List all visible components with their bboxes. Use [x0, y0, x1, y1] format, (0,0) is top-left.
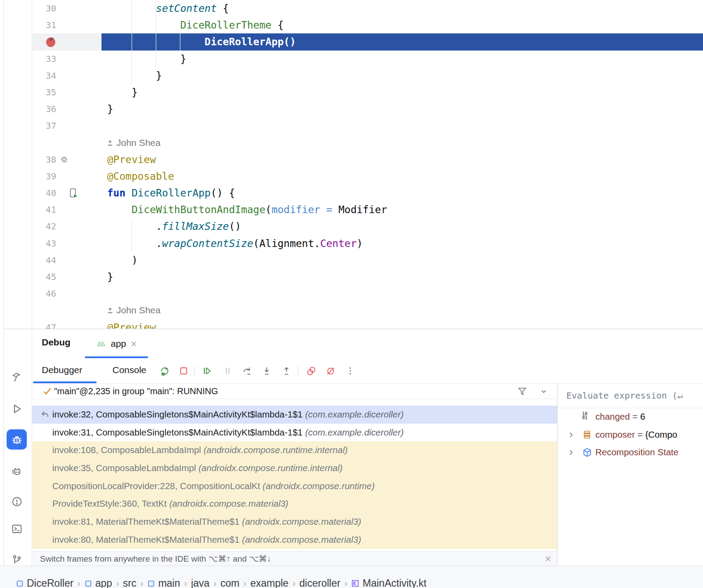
close-icon[interactable] [544, 555, 552, 563]
line-number[interactable]: 33 [32, 51, 56, 67]
code-line-38[interactable]: 38@Preview [32, 151, 703, 168]
tab-console[interactable]: Console [112, 365, 146, 375]
breadcrumb-item[interactable]: example [250, 577, 289, 588]
stack-frame[interactable]: CompositionLocalProvider:228, Compositio… [32, 477, 557, 495]
breadcrumb-item[interactable]: com [221, 577, 239, 588]
breadcrumb-item[interactable]: java [191, 577, 210, 588]
resume-button[interactable] [201, 365, 213, 377]
frame-location: invoke:35, ComposableLambdaImpl [52, 463, 199, 473]
code-line-32[interactable]: DiceRollerApp() [32, 33, 703, 50]
line-number[interactable]: 43 [32, 235, 56, 252]
toolstripe-hammer-button[interactable] [7, 367, 27, 387]
line-number[interactable]: 34 [32, 67, 56, 84]
code-line-34[interactable]: 34 } [32, 67, 703, 84]
frame-location: ProvideTextStyle:360, TextKt [52, 498, 169, 508]
pause-button[interactable] [222, 365, 233, 377]
tab-debugger[interactable]: Debugger [42, 365, 82, 375]
step-out-button[interactable] [281, 365, 292, 377]
stack-frame[interactable]: invoke:35, ComposableLambdaImpl (android… [32, 459, 557, 477]
breadcrumb-item[interactable]: DiceRoller [16, 577, 73, 588]
variable-row[interactable]: composer = {Compo [558, 426, 703, 444]
code-line-47[interactable]: 47@Preview [32, 319, 703, 329]
line-number[interactable]: 39 [32, 168, 56, 185]
variable-row[interactable]: 1001changed = 6 [558, 408, 703, 426]
code-line-30[interactable]: 30 setContent { [32, 0, 703, 17]
breadcrumb-item[interactable]: src [123, 577, 137, 588]
code-text: @Composable [107, 168, 174, 185]
stack-frame[interactable]: invoke:81, MaterialThemeKt$MaterialTheme… [32, 513, 557, 531]
toolstripe-terminal-button[interactable] [7, 519, 27, 539]
variable-text: changed = 6 [595, 408, 645, 426]
close-icon[interactable] [130, 340, 138, 348]
chevron-right-icon[interactable] [567, 431, 575, 439]
author-annotation[interactable]: John Shea [32, 134, 703, 151]
stack-frame[interactable]: invoke:31, ComposableSingletons$MainActi… [32, 424, 557, 442]
step-over-button[interactable] [242, 365, 253, 377]
breadcrumb: DiceRoller›app›src›main›java›com›example… [16, 577, 427, 588]
code-line-37[interactable]: 37 [32, 117, 703, 134]
stack-frame[interactable]: invoke:108, ComposableLambdaImpl (androi… [32, 441, 557, 459]
debugger-toolbar: Debugger Console [32, 358, 703, 384]
line-number[interactable]: 47 [32, 319, 56, 329]
android-icon [95, 338, 107, 349]
line-number[interactable]: 35 [32, 84, 56, 101]
line-number[interactable]: 46 [32, 285, 56, 302]
toolstripe-problems-button[interactable] [7, 491, 27, 512]
breadcrumb-item[interactable]: main [147, 577, 180, 588]
stack-frame[interactable]: ProvideTextStyle:360, TextKt (androidx.c… [32, 495, 557, 513]
stack-frame[interactable]: invoke:32, ComposableSingletons$MainActi… [32, 406, 557, 424]
stack-frame[interactable]: invoke:80, MaterialThemeKt$MaterialTheme… [32, 531, 557, 549]
line-number[interactable]: 41 [32, 201, 56, 218]
gear-icon[interactable] [59, 155, 69, 164]
line-number[interactable]: 42 [32, 218, 56, 235]
rerun-debug-button[interactable] [159, 365, 170, 377]
run-preview-icon[interactable] [68, 188, 79, 199]
code-line-36[interactable]: 36} [32, 101, 703, 117]
filter-funnel-icon[interactable] [517, 386, 528, 397]
toolstripe-run-button[interactable] [7, 399, 27, 419]
line-number[interactable]: 38 [32, 151, 56, 168]
code-line-42[interactable]: 42 .fillMaxSize() [32, 218, 703, 235]
breadcrumb-item[interactable]: app [84, 577, 112, 588]
chevron-down-icon[interactable] [540, 388, 547, 395]
code-line-33[interactable]: 33 } [32, 51, 703, 67]
code-line-31[interactable]: 31 DiceRollerTheme { [32, 17, 703, 33]
evaluate-expression-input[interactable]: Evaluate expression (↵ [558, 384, 703, 408]
more-options-button[interactable] [344, 365, 356, 377]
view-breakpoints-button[interactable] [305, 365, 317, 377]
line-number[interactable]: 44 [32, 252, 56, 269]
stop-button[interactable] [178, 365, 189, 377]
mute-breakpoints-button[interactable] [325, 365, 336, 377]
code-line-44[interactable]: 44 ) [32, 252, 703, 269]
code-text: } [107, 67, 162, 84]
breadcrumb-item[interactable]: MainActivity.kt [351, 577, 426, 588]
line-number[interactable]: 45 [32, 269, 56, 285]
line-number[interactable]: 37 [32, 117, 56, 134]
line-number[interactable]: 30 [32, 0, 56, 17]
code-line-46[interactable]: 46 [32, 285, 703, 302]
step-into-button[interactable] [261, 365, 272, 377]
frame-package: (com.example.diceroller) [305, 427, 403, 437]
code-line-35[interactable]: 35 } [32, 84, 703, 101]
variable-text: composer = {Compo [595, 426, 677, 444]
author-annotation[interactable]: John Shea [32, 302, 703, 319]
session-tab-app[interactable]: app [85, 329, 148, 358]
breadcrumb-item[interactable]: diceroller [299, 577, 340, 588]
person-icon [106, 139, 114, 147]
toolstripe-debug-bug-button[interactable] [7, 429, 27, 450]
breakpoint-icon[interactable] [45, 36, 57, 48]
toolstripe-profiler-cat-button[interactable] [7, 461, 27, 482]
code-editor[interactable]: 30 setContent {31 DiceRollerTheme { Dice… [32, 0, 703, 329]
variable-row[interactable]: Recomposition State [558, 443, 703, 461]
run-icon [11, 403, 23, 415]
code-line-45[interactable]: 45} [32, 269, 703, 285]
line-number[interactable]: 40 [32, 185, 56, 201]
code-line-43[interactable]: 43 .wrapContentSize(Alignment.Center) [32, 235, 703, 252]
chevron-right-icon[interactable] [567, 449, 575, 456]
line-number[interactable]: 31 [32, 17, 56, 33]
code-line-41[interactable]: 41 DiceWithButtonAndImage(modifier = Mod… [32, 201, 703, 218]
code-line-39[interactable]: 39@Composable [32, 168, 703, 185]
line-number[interactable]: 36 [32, 101, 56, 117]
code-line-40[interactable]: 40fun DiceRollerApp() { [32, 185, 703, 201]
thread-status-row[interactable]: "main"@2,235 in group "main": RUNNING [32, 384, 557, 399]
